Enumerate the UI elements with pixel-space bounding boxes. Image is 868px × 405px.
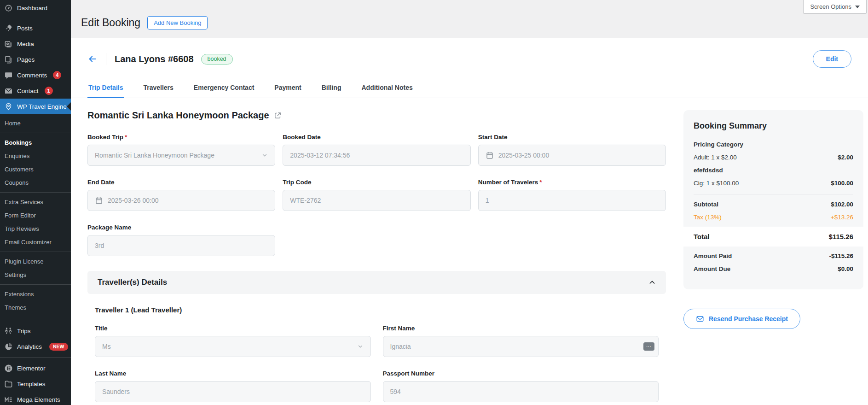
submenu-item-plugin-license[interactable]: Plugin License bbox=[0, 255, 71, 268]
cig-line-label: Cig: 1 x $100.00 bbox=[694, 180, 739, 187]
submenu-item-bookings[interactable]: Bookings bbox=[0, 136, 71, 149]
passport-number-input[interactable]: 594 bbox=[383, 381, 659, 402]
submenu-item-coupons[interactable]: Coupons bbox=[0, 176, 71, 189]
extra-group-label: efefdsdsd bbox=[694, 167, 723, 174]
tab-payment[interactable]: Payment bbox=[273, 78, 302, 98]
booking-tabs: Trip Details Travellers Emergency Contac… bbox=[71, 78, 868, 98]
pushpin-icon bbox=[4, 24, 13, 33]
sidebar-item-label: Elementor bbox=[17, 365, 46, 372]
submenu-item-email-customizer[interactable]: Email Customizer bbox=[0, 235, 71, 249]
sidebar-item-mega-elements[interactable]: Mega Elements bbox=[0, 392, 71, 405]
field-number-of-travelers: Number of Travelers* 1 bbox=[478, 179, 666, 211]
resend-purchase-receipt-button[interactable]: Resend Purchase Receipt bbox=[683, 309, 800, 329]
field-start-date: Start Date 2025-03-25 00:00 bbox=[478, 134, 666, 166]
travellers-section-header[interactable]: Traveller(s) Details bbox=[87, 271, 666, 294]
submenu-item-form-editor[interactable]: Form Editor bbox=[0, 209, 71, 222]
status-badge: booked bbox=[201, 54, 233, 65]
summary-row-amount-paid: Amount Paid -$115.26 bbox=[694, 252, 853, 259]
subtotal-label: Subtotal bbox=[694, 201, 718, 208]
submenu-item-enquiries[interactable]: Enquiries bbox=[0, 149, 71, 163]
sidebar-item-posts[interactable]: Posts bbox=[0, 20, 71, 36]
package-name-value: 3rd bbox=[95, 242, 104, 249]
caret-down-icon bbox=[855, 6, 860, 8]
submenu-item-home[interactable]: Home bbox=[0, 117, 71, 130]
booking-summary-title: Booking Summary bbox=[694, 121, 853, 131]
sidebar-item-wp-travel-engine[interactable]: WP Travel Engine bbox=[0, 99, 71, 114]
sidebar-item-media[interactable]: Media bbox=[0, 36, 71, 52]
active-menu-notch bbox=[67, 102, 71, 111]
chevron-up-icon[interactable] bbox=[648, 279, 656, 286]
start-date-label: Start Date bbox=[478, 134, 666, 141]
envelope-icon bbox=[4, 87, 13, 95]
traveller-fields-grid: Title Ms First Name bbox=[95, 325, 659, 402]
submenu-item-trip-reviews[interactable]: Trip Reviews bbox=[0, 222, 71, 235]
tax-label: Tax (13%) bbox=[694, 214, 722, 221]
sidebar-item-dashboard[interactable]: Dashboard bbox=[0, 0, 71, 16]
page-title: Edit Booking bbox=[81, 17, 140, 29]
amount-due-label: Amount Due bbox=[694, 265, 730, 272]
hikers-icon bbox=[4, 327, 13, 335]
sidebar-item-elementor[interactable]: Elementor bbox=[0, 360, 71, 376]
submenu-item-customers[interactable]: Customers bbox=[0, 163, 71, 176]
tax-value: +$13.26 bbox=[831, 214, 853, 221]
total-value: $115.26 bbox=[829, 233, 853, 241]
summary-row-cig: Cig: 1 x $100.00 $100.00 bbox=[694, 180, 853, 187]
sidebar-item-label: Trips bbox=[17, 328, 31, 335]
start-date-input[interactable]: 2025-03-25 00:00 bbox=[478, 145, 666, 166]
package-name-input[interactable]: 3rd bbox=[87, 235, 275, 256]
sidebar-item-label: Mega Elements bbox=[17, 396, 60, 403]
amount-paid-label: Amount Paid bbox=[694, 252, 732, 259]
sidebar-item-label: Dashboard bbox=[17, 5, 47, 12]
booked-date-input[interactable]: 2025-03-12 07:34:56 bbox=[283, 145, 470, 166]
sidebar-item-templates[interactable]: Templates bbox=[0, 376, 71, 392]
traveller-1-subtitle: Traveller 1 (Lead Traveller) bbox=[95, 306, 659, 314]
booked-trip-select[interactable]: Romantic Sri Lanka Honeymoon Package bbox=[87, 145, 275, 166]
back-arrow-icon[interactable] bbox=[87, 54, 98, 64]
tab-emergency-contact[interactable]: Emergency Contact bbox=[193, 78, 255, 98]
screen-options-toggle[interactable]: Screen Options bbox=[803, 0, 867, 14]
submenu-item-extra-services[interactable]: Extra Services bbox=[0, 195, 71, 209]
sidebar-item-contact[interactable]: Contact 1 bbox=[0, 83, 71, 99]
summary-row-amount-due: Amount Due $0.00 bbox=[694, 265, 853, 272]
submenu-item-themes[interactable]: Themes bbox=[0, 301, 71, 314]
keyboard-ellipsis-icon[interactable]: ⋯ bbox=[643, 342, 654, 351]
trip-details-form: Romantic Sri Lanka Honeymoon Package Boo… bbox=[87, 110, 666, 405]
sidebar-item-label: Media bbox=[17, 41, 34, 47]
first-name-input[interactable]: Ignacia ⋯ bbox=[383, 336, 659, 357]
package-name-label: Package Name bbox=[87, 224, 275, 231]
sidebar-item-label: Analytics bbox=[17, 343, 42, 350]
submenu-item-extensions[interactable]: Extensions bbox=[0, 288, 71, 301]
main-area: Screen Options Edit Booking Add New Book… bbox=[71, 0, 868, 405]
sidebar-item-comments[interactable]: Comments 4 bbox=[0, 67, 71, 83]
last-name-input[interactable]: Saunders bbox=[95, 381, 371, 402]
tab-billing[interactable]: Billing bbox=[321, 78, 342, 98]
mega-elements-icon bbox=[4, 395, 13, 404]
page-header: Edit Booking Add New Booking bbox=[71, 0, 868, 38]
end-date-input[interactable]: 2025-03-26 00:00 bbox=[87, 190, 275, 211]
wpte-submenu: Home Bookings Enquiries Customers Coupon… bbox=[0, 114, 71, 317]
amount-due-value: $0.00 bbox=[838, 265, 853, 272]
submenu-divider bbox=[0, 284, 71, 285]
sidebar-item-analytics[interactable]: Analytics NEW bbox=[0, 339, 71, 354]
tab-additional-notes[interactable]: Additional Notes bbox=[360, 78, 413, 98]
add-new-booking-button[interactable]: Add New Booking bbox=[147, 16, 208, 29]
tab-travellers[interactable]: Travellers bbox=[142, 78, 174, 98]
submenu-divider bbox=[0, 133, 71, 133]
sidebar-item-pages[interactable]: Pages bbox=[0, 52, 71, 67]
num-travelers-input[interactable]: 1 bbox=[478, 190, 666, 211]
pie-chart-icon bbox=[4, 342, 13, 351]
traveller-title-select[interactable]: Ms bbox=[95, 336, 371, 357]
sidebar-item-trips[interactable]: Trips bbox=[0, 323, 71, 339]
end-date-label: End Date bbox=[87, 179, 275, 186]
trip-code-input[interactable]: WTE-2762 bbox=[283, 190, 470, 211]
adult-line-label: Adult: 1 x $2.00 bbox=[694, 154, 737, 161]
travellers-section: Traveller(s) Details Traveller 1 (Lead T… bbox=[87, 271, 666, 405]
external-link-icon[interactable] bbox=[274, 112, 282, 119]
edit-button[interactable]: Edit bbox=[813, 50, 851, 68]
calendar-icon bbox=[95, 196, 103, 205]
chevron-down-icon bbox=[261, 152, 268, 158]
traveller-title-label: Title bbox=[95, 325, 371, 332]
submenu-item-settings[interactable]: Settings bbox=[0, 268, 71, 282]
sidebar-gap bbox=[0, 16, 71, 20]
tab-trip-details[interactable]: Trip Details bbox=[87, 78, 124, 98]
